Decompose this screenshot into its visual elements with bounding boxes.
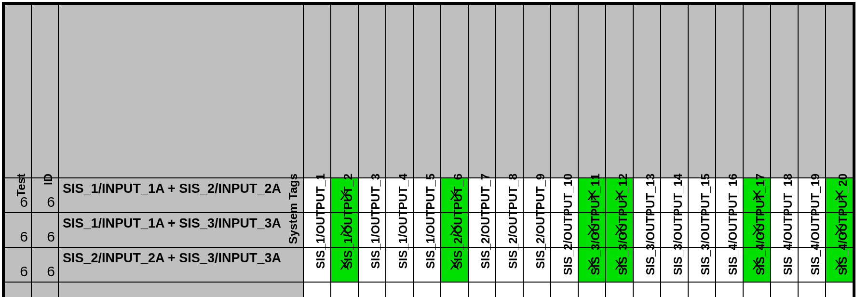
cell-empty xyxy=(358,282,386,297)
header-output-label: SIS_2/OUTPUT_10 xyxy=(562,174,574,275)
header-output-10: SIS_2/OUTPUT_10 xyxy=(551,4,578,178)
cell-empty xyxy=(303,282,331,297)
header-output-13: SIS_3/OUTPUT_13 xyxy=(633,4,661,178)
header-output-16: SIS_4/OUTPUT_16 xyxy=(716,4,743,178)
header-output-11: SIS_3/OUTPUT_11 xyxy=(578,4,606,178)
header-output-label: SIS_4/OUTPUT_17 xyxy=(755,174,766,275)
cell-empty xyxy=(496,282,523,297)
cell-empty xyxy=(771,282,798,297)
header-output-8: SIS_2/OUTPUT_8 xyxy=(496,4,523,178)
cell-tags: SIS_1/INPUT_1A + SIS_2/INPUT_2A xyxy=(58,178,303,213)
header-output-15: SIS_3/OUTPUT_15 xyxy=(688,4,716,178)
header-output-label: SIS_3/OUTPUT_15 xyxy=(700,174,711,275)
header-id-label: ID xyxy=(42,174,54,185)
cell-empty xyxy=(826,282,853,297)
cell-empty xyxy=(523,282,551,297)
cell-empty xyxy=(798,282,826,297)
cell-id: 6 xyxy=(31,213,58,247)
header-output-17: SIS_4/OUTPUT_17 xyxy=(743,4,771,178)
cell-empty xyxy=(633,282,661,297)
header-id: ID xyxy=(31,4,58,178)
cell-empty xyxy=(4,282,31,297)
header-output-7: SIS_2/OUTPUT_7 xyxy=(468,4,496,178)
header-test-label: Test xyxy=(15,174,27,197)
header-output-label: SIS_4/OUTPUT_20 xyxy=(837,174,849,275)
header-output-label: SIS_4/OUTPUT_18 xyxy=(782,174,794,275)
cell-empty xyxy=(441,282,468,297)
cell-empty xyxy=(578,282,606,297)
header-output-label: SIS_1/OUTPUT_1 xyxy=(315,174,326,269)
header-row: Test ID System Tags SIS_1/OUTPUT_1SIS_1/… xyxy=(4,4,853,178)
table-row-empty xyxy=(4,282,853,297)
header-output-label: SIS_3/OUTPUT_14 xyxy=(672,174,684,275)
header-output-12: SIS_3/OUTPUT_12 xyxy=(606,4,633,178)
header-output-5: SIS_1/OUTPUT_5 xyxy=(413,4,441,178)
header-output-label: SIS_3/OUTPUT_11 xyxy=(590,174,601,275)
header-output-label: SIS_3/OUTPUT_12 xyxy=(617,174,629,275)
cell-empty xyxy=(386,282,413,297)
header-output-19: SIS_4/OUTPUT_19 xyxy=(798,4,826,178)
cell-empty xyxy=(468,282,496,297)
cell-empty xyxy=(716,282,743,297)
header-tags: System Tags xyxy=(58,4,303,178)
header-output-label: SIS_1/OUTPUT_4 xyxy=(397,174,409,269)
header-output-9: SIS_2/OUTPUT_9 xyxy=(523,4,551,178)
cell-empty xyxy=(606,282,633,297)
header-output-label: SIS_2/OUTPUT_8 xyxy=(507,174,519,269)
cell-empty xyxy=(413,282,441,297)
cell-empty xyxy=(743,282,771,297)
cell-tags: SIS_2/INPUT_2A + SIS_3/INPUT_3A xyxy=(58,247,303,282)
cell-id: 6 xyxy=(31,247,58,282)
cell-empty xyxy=(661,282,688,297)
cell-empty xyxy=(688,282,716,297)
cell-test: 6 xyxy=(4,213,31,247)
cell-empty xyxy=(551,282,578,297)
header-output-label: SIS_1/OUTPUT_2 xyxy=(342,174,354,269)
header-output-label: SIS_2/OUTPUT_7 xyxy=(480,174,491,269)
header-test: Test xyxy=(4,4,31,178)
header-tags-label: System Tags xyxy=(287,174,299,244)
cell-empty xyxy=(58,282,303,297)
header-output-4: SIS_1/OUTPUT_4 xyxy=(386,4,413,178)
header-output-18: SIS_4/OUTPUT_18 xyxy=(771,4,798,178)
header-output-14: SIS_3/OUTPUT_14 xyxy=(661,4,688,178)
header-output-label: SIS_4/OUTPUT_16 xyxy=(727,174,739,275)
header-output-1: SIS_1/OUTPUT_1 xyxy=(303,4,331,178)
header-output-3: SIS_1/OUTPUT_3 xyxy=(358,4,386,178)
header-output-label: SIS_3/OUTPUT_13 xyxy=(645,174,656,275)
header-output-label: SIS_1/OUTPUT_5 xyxy=(425,174,436,269)
header-output-label: SIS_1/OUTPUT_3 xyxy=(370,174,381,269)
header-output-label: SIS_4/OUTPUT_19 xyxy=(810,174,821,275)
header-output-label: SIS_2/OUTPUT_6 xyxy=(452,174,464,269)
header-output-6: SIS_2/OUTPUT_6 xyxy=(441,4,468,178)
test-matrix-table: Test ID System Tags SIS_1/OUTPUT_1SIS_1/… xyxy=(2,2,855,297)
cell-tags: SIS_1/INPUT_1A + SIS_3/INPUT_3A xyxy=(58,213,303,247)
cell-empty xyxy=(31,282,58,297)
cell-empty xyxy=(331,282,358,297)
header-output-label: SIS_2/OUTPUT_9 xyxy=(535,174,546,269)
header-output-2: SIS_1/OUTPUT_2 xyxy=(331,4,358,178)
header-output-20: SIS_4/OUTPUT_20 xyxy=(826,4,853,178)
cell-test: 6 xyxy=(4,247,31,282)
